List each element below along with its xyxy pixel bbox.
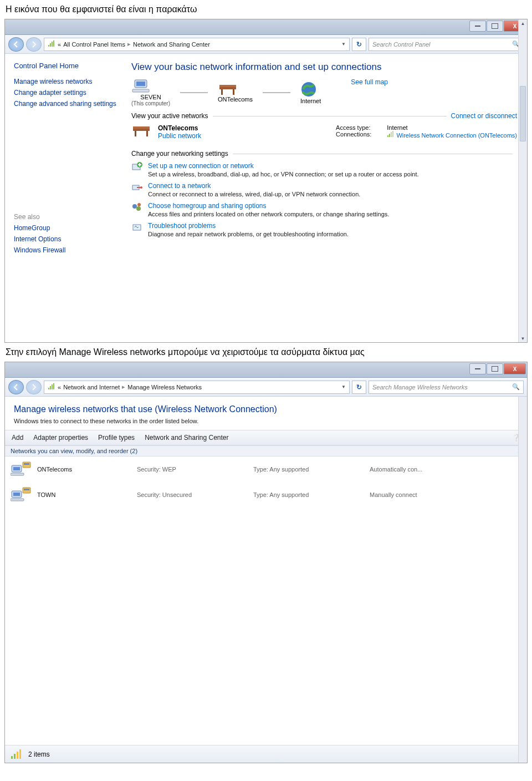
breadcrumb-seg2[interactable]: Manage Wireless Networks [127, 384, 202, 390]
setup-connection-icon [131, 162, 142, 173]
svg-rect-10 [233, 89, 234, 95]
window-titlebar: X [5, 362, 527, 378]
refresh-button[interactable]: ↻ [352, 38, 366, 51]
search-placeholder: Search Manage Wireless Networks [372, 384, 468, 390]
breadcrumb-dropdown-icon[interactable]: ▼ [341, 384, 346, 389]
task-title: Connect to a network [148, 182, 360, 190]
svg-rect-43 [14, 754, 16, 759]
network-row[interactable]: TOWN Security: Unsecured Type: Any suppo… [5, 482, 527, 508]
network-connect-mode: Manually connect [370, 491, 521, 498]
toolbar-add-button[interactable]: Add [12, 434, 23, 442]
back-button[interactable] [8, 380, 24, 394]
wireless-network-icon [11, 461, 32, 478]
breadcrumb[interactable]: « Network and Internet ▸ Manage Wireless… [44, 381, 350, 394]
task-troubleshoot[interactable]: Troubleshoot problems Diagnose and repai… [131, 222, 517, 237]
task-desc: Connect or reconnect to a wireless, wire… [148, 191, 360, 197]
breadcrumb-pre: « [58, 41, 61, 48]
homegroup-icon [131, 202, 142, 213]
networks-group-header[interactable]: Networks you can view, modify, and reord… [5, 445, 527, 457]
scroll-down-icon[interactable]: ▼ [519, 334, 527, 342]
sidebar-item-manage-wireless[interactable]: Manage wireless networks [14, 78, 118, 85]
bench-icon [131, 124, 151, 138]
task-connect-network[interactable]: Connect to a network Connect or reconnec… [131, 182, 517, 197]
svg-rect-36 [24, 463, 29, 465]
minimize-button[interactable] [469, 363, 486, 374]
chevron-right-icon: ▸ [122, 383, 125, 390]
network-connect-mode: Automatically con... [370, 466, 521, 473]
svg-rect-29 [50, 386, 51, 389]
arrow-left-icon [13, 41, 19, 48]
vertical-scrollbar[interactable] [518, 397, 527, 763]
sidebar-home-link[interactable]: Control Panel Home [14, 62, 118, 70]
breadcrumb-seg1[interactable]: Network and Internet [63, 384, 120, 390]
task-homegroup[interactable]: Choose homegroup and sharing options Acc… [131, 202, 517, 217]
sidebar-item-change-adapter[interactable]: Change adapter settings [14, 89, 118, 97]
breadcrumb-icon [48, 383, 55, 391]
forward-button[interactable] [26, 380, 42, 394]
globe-icon [300, 81, 317, 98]
breadcrumb[interactable]: « All Control Panel Items ▸ Network and … [44, 38, 350, 51]
search-input[interactable]: Search Manage Wireless Networks 🔍 [369, 381, 524, 394]
signal-bars-icon [387, 132, 395, 139]
change-settings-section: Change your networking settings [131, 150, 517, 158]
close-button[interactable]: X [504, 363, 526, 374]
refresh-button[interactable]: ↻ [352, 381, 366, 394]
map-node2-label: ONTelecoms [218, 96, 253, 103]
toolbar-adapter-properties-button[interactable]: Adapter properties [33, 434, 88, 442]
search-icon: 🔍 [512, 383, 520, 390]
breadcrumb-dropdown-icon[interactable]: ▼ [341, 42, 346, 47]
scroll-up-icon[interactable]: ▲ [519, 19, 527, 27]
scrollbar-thumb[interactable] [520, 86, 526, 141]
page-heading: View your basic network information and … [131, 62, 517, 73]
map-node1-sublabel: (This computer) [131, 100, 170, 106]
svg-rect-16 [387, 135, 388, 137]
toolbar-profile-types-button[interactable]: Profile types [98, 434, 135, 442]
svg-rect-13 [133, 129, 150, 131]
maximize-button[interactable] [487, 21, 503, 32]
maximize-button[interactable] [487, 363, 503, 374]
search-input[interactable]: Search Control Panel 🔍 [369, 38, 524, 51]
network-row[interactable]: ONTelecoms Security: WEP Type: Any suppo… [5, 457, 527, 482]
group-header-label: Networks you can view, modify, and reord… [11, 448, 137, 454]
arrow-right-icon [30, 384, 37, 390]
map-node1-label: SEVEN [131, 94, 170, 100]
svg-rect-30 [52, 384, 53, 389]
svg-rect-19 [392, 131, 393, 137]
nav-row: « All Control Panel Items ▸ Network and … [5, 35, 527, 54]
sidebar-seealso-label: See also [14, 213, 118, 221]
window-manage-wireless: X « Network and Internet ▸ Manage Wirele… [4, 362, 528, 763]
breadcrumb-seg1[interactable]: All Control Panel Items [63, 41, 125, 48]
toolbar: Add Adapter properties Profile types Net… [5, 430, 527, 445]
active-networks-label: View your active networks [131, 112, 208, 120]
network-security: Security: Unsecured [137, 491, 248, 498]
minimize-button[interactable] [469, 21, 486, 32]
refresh-icon: ↻ [356, 383, 362, 391]
connect-disconnect-link[interactable]: Connect or disconnect [451, 112, 517, 120]
network-type: Type: Any supported [253, 466, 364, 473]
active-network-type-link[interactable]: Public network [158, 132, 201, 140]
sidebar-item-advanced-sharing[interactable]: Change advanced sharing settings [14, 100, 118, 108]
task-title: Choose homegroup and sharing options [148, 202, 389, 210]
task-setup-connection[interactable]: Set up a new connection or network Set u… [131, 162, 517, 178]
network-security: Security: WEP [137, 466, 248, 473]
task-title: Troubleshoot problems [148, 222, 349, 230]
forward-button[interactable] [26, 37, 42, 52]
svg-point-24 [132, 204, 137, 209]
see-full-map-link[interactable]: See full map [351, 78, 388, 86]
breadcrumb-seg2[interactable]: Network and Sharing Center [133, 41, 210, 48]
svg-rect-6 [132, 89, 149, 92]
back-button[interactable] [8, 37, 24, 52]
breadcrumb-pre: « [58, 384, 61, 390]
toolbar-network-sharing-button[interactable]: Network and Sharing Center [145, 434, 228, 442]
map-node3-label: Internet [300, 98, 321, 104]
connection-link[interactable]: Wireless Network Connection (ONTelecoms) [396, 132, 517, 139]
sidebar-seealso-homegroup[interactable]: HomeGroup [14, 224, 118, 232]
vertical-scrollbar[interactable]: ▲ ▼ [518, 19, 527, 342]
page-heading: Manage wireless networks that use (Wirel… [5, 397, 527, 417]
svg-point-26 [137, 203, 141, 206]
sidebar-seealso-windows-firewall[interactable]: Windows Firewall [14, 246, 118, 254]
sidebar-seealso-internet-options[interactable]: Internet Options [14, 235, 118, 243]
map-node-this-computer: SEVEN (This computer) [131, 78, 170, 106]
connections-label: Connections: [336, 131, 371, 138]
arrow-right-icon [30, 41, 37, 48]
